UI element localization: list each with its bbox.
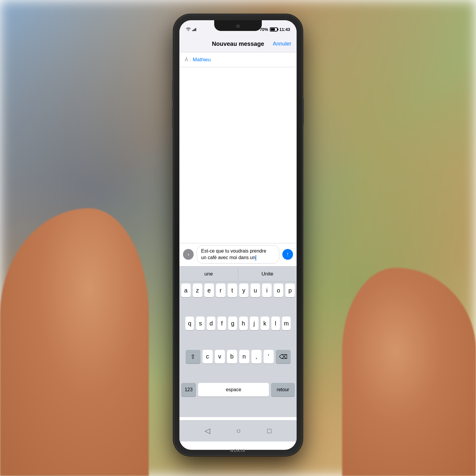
keyboard-row-4: 123 espace retour [179, 381, 297, 417]
backspace-key[interactable]: ⌫ [276, 350, 291, 364]
status-right: 70% 11:43 [260, 27, 290, 32]
to-field[interactable]: À : Mathieu [179, 52, 297, 67]
key-i[interactable]: i [262, 284, 272, 297]
numbers-key[interactable]: 123 [181, 383, 196, 397]
nav-bar: Nouveau message Annuler [179, 36, 297, 52]
phone-body: 70% 11:43 Nouveau message Annuler À : Ma… [174, 15, 302, 455]
key-f[interactable]: f [217, 317, 226, 330]
input-area: › Est-ce que tu voudrais prendre un café… [179, 243, 297, 265]
key-h[interactable]: h [239, 317, 248, 330]
send-icon: ↑ [286, 251, 289, 257]
autocomplete-bar: une Unite [179, 266, 297, 282]
power-button[interactable] [302, 98, 304, 125]
key-r[interactable]: r [216, 284, 226, 297]
key-comma[interactable]: , [251, 350, 262, 364]
battery-percent: 70% [260, 27, 268, 32]
key-k[interactable]: k [261, 317, 269, 330]
shift-key[interactable]: ⇧ [186, 350, 201, 364]
keyboard-row-1: a z e r t y u i o p [179, 282, 297, 315]
key-t[interactable]: t [228, 284, 237, 297]
right-hand [342, 268, 476, 476]
wifi-icon [186, 27, 191, 32]
svg-rect-2 [194, 29, 195, 31]
key-l[interactable]: l [271, 317, 280, 330]
keyboard-row-2: q s d f g h j k l m [179, 315, 297, 348]
home-icon[interactable]: ○ [237, 427, 241, 435]
screen: 70% 11:43 Nouveau message Annuler À : Ma… [179, 20, 297, 450]
message-body [179, 67, 297, 265]
cancel-button[interactable]: Annuler [273, 41, 291, 47]
key-j[interactable]: j [250, 317, 259, 330]
recents-icon[interactable]: □ [267, 427, 272, 435]
svg-rect-1 [193, 29, 194, 31]
key-y[interactable]: y [239, 284, 249, 297]
brand-label: NOKIA [230, 448, 246, 453]
key-apostrophe[interactable]: ' [264, 350, 274, 364]
camera [236, 24, 240, 28]
key-n[interactable]: n [239, 350, 249, 364]
to-label: À : [185, 57, 191, 63]
key-p[interactable]: p [285, 284, 295, 297]
clock: 11:43 [279, 27, 290, 32]
left-hand [0, 208, 149, 476]
key-z[interactable]: z [193, 284, 202, 297]
signal-icon [192, 27, 197, 32]
key-s[interactable]: s [196, 317, 205, 330]
key-v[interactable]: v [215, 350, 225, 364]
to-recipient: Mathieu [193, 57, 211, 63]
chevron-right-icon: › [188, 252, 189, 257]
text-cursor [256, 255, 256, 261]
key-a[interactable]: a [181, 284, 191, 297]
key-m[interactable]: m [282, 317, 291, 330]
notch [214, 20, 262, 31]
return-key[interactable]: retour [271, 383, 295, 397]
autocomplete-item-1[interactable]: Unite [238, 269, 297, 279]
status-left [186, 27, 197, 32]
svg-rect-0 [192, 30, 193, 31]
svg-rect-3 [195, 28, 196, 31]
send-button[interactable]: ↑ [282, 249, 293, 260]
key-u[interactable]: u [250, 284, 260, 297]
message-text: Est-ce que tu voudrais prendre un café a… [201, 248, 266, 261]
key-c[interactable]: c [203, 350, 213, 364]
bottom-navigation: ◁ ○ □ [179, 420, 297, 441]
keyboard-row-3: ⇧ c v b n , ' ⌫ [179, 348, 297, 381]
key-o[interactable]: o [274, 284, 283, 297]
autocomplete-item-0[interactable]: une [179, 269, 238, 279]
expand-button[interactable]: › [183, 249, 194, 260]
phone-container: 70% 11:43 Nouveau message Annuler À : Ma… [174, 15, 302, 455]
back-icon[interactable]: ◁ [205, 427, 210, 435]
volume-down-button[interactable] [172, 107, 174, 128]
battery-icon [270, 27, 278, 32]
keyboard: a z e r t y u i o p q s d f g [179, 282, 297, 417]
volume-up-button[interactable] [172, 80, 174, 101]
key-b[interactable]: b [227, 350, 237, 364]
key-e[interactable]: e [204, 284, 214, 297]
key-q[interactable]: q [185, 317, 194, 330]
key-d[interactable]: d [207, 317, 215, 330]
key-g[interactable]: g [228, 317, 237, 330]
space-key[interactable]: espace [198, 383, 269, 397]
message-input[interactable]: Est-ce que tu voudrais prendre un café a… [197, 245, 279, 263]
